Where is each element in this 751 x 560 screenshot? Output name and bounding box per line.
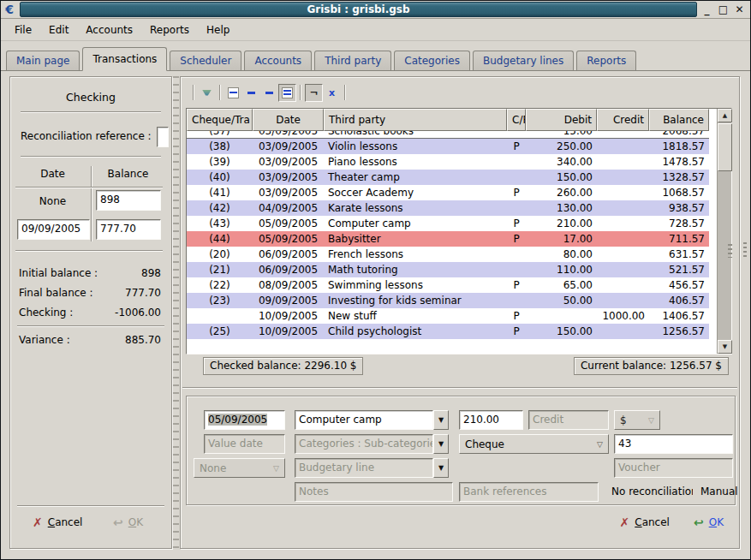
- variance-row: Variance : 885.70: [19, 334, 161, 349]
- reconcile-cancel-button[interactable]: ✗ Cancel: [33, 515, 82, 529]
- tab-budgetary-lines[interactable]: Budgetary lines: [473, 51, 574, 70]
- tab-transactions[interactable]: Transactions: [82, 47, 167, 71]
- menu-edit[interactable]: Edit: [40, 21, 77, 39]
- column-header-third-party[interactable]: Third party: [324, 109, 507, 131]
- column-header-balance[interactable]: Balance: [649, 109, 709, 131]
- bank-references-input[interactable]: Bank references: [459, 482, 599, 502]
- table-row[interactable]: (21) 06/09/2005 Math tutoring 110.00 521…: [187, 262, 709, 277]
- separator: [17, 325, 164, 327]
- table-row[interactable]: (37) 03/09/2005 Scholastic books 15.00 2…: [187, 131, 709, 139]
- maximize-icon[interactable]: □: [715, 3, 731, 17]
- column-header-debit[interactable]: Debit: [526, 109, 597, 131]
- menu-help[interactable]: Help: [198, 21, 238, 39]
- transaction-form: 05/09/2005 Computer camp ▼ 210.00 Credit…: [186, 396, 736, 505]
- separator: [91, 166, 92, 241]
- table-row[interactable]: 10/09/2005 New stuff P 1000.00 1406.57: [187, 308, 709, 324]
- menu-reports[interactable]: Reports: [141, 21, 198, 39]
- voucher-input[interactable]: Voucher: [614, 458, 733, 478]
- edge-grip-handle[interactable]: [743, 242, 747, 258]
- grisbi-window: € Grisbi : grisbi.gsb _ □ ✕ File Edit Ac…: [0, 0, 751, 560]
- value-date-input[interactable]: Value date: [204, 434, 285, 454]
- final-date-input[interactable]: 09/09/2005: [17, 219, 90, 240]
- scroll-up-icon[interactable]: ▲: [718, 109, 732, 122]
- transactions-area: ¬ x Cheque/Tra Date Third party C/R Debi…: [180, 76, 740, 549]
- cancel-x-icon: ✗: [620, 515, 630, 529]
- final-balance-input[interactable]: 777.70: [96, 219, 161, 240]
- table-row[interactable]: (41) 03/09/2005 Soccer Academy P 260.00 …: [187, 185, 709, 200]
- checking-row: Checking : -1006.00: [19, 307, 161, 322]
- tab-accounts[interactable]: Accounts: [244, 51, 312, 70]
- third-party-input[interactable]: Computer camp: [295, 410, 433, 430]
- table-row[interactable]: (39) 03/09/2005 Piano lessons 340.00 147…: [187, 154, 709, 170]
- initial-balance-value: 898: [141, 267, 161, 279]
- menu-accounts[interactable]: Accounts: [77, 21, 141, 39]
- reconciliation-reference-input[interactable]: [157, 127, 169, 147]
- show-reconciled-button[interactable]: ¬: [305, 84, 323, 102]
- payment-method-dropdown[interactable]: Cheque▽: [459, 434, 609, 454]
- panel-splitter-handle[interactable]: [173, 73, 179, 554]
- window-title[interactable]: Grisbi : grisbi.gsb: [20, 2, 697, 17]
- table-row[interactable]: (43) 05/09/2005 Computer camp P 210.00 7…: [187, 216, 709, 231]
- table-row[interactable]: (22) 08/09/2005 Swimming lessons P 65.00…: [187, 277, 709, 293]
- tab-reports[interactable]: Reports: [576, 51, 636, 70]
- tab-scheduler[interactable]: Scheduler: [170, 51, 241, 70]
- table-row[interactable]: (44) 05/09/2005 Babysitter P 17.00 711.5…: [187, 231, 709, 247]
- categories-input[interactable]: Categories : Sub-categories: [295, 434, 433, 454]
- transactions-table: Cheque/Tra Date Third party C/R Debit Cr…: [186, 108, 732, 354]
- initial-date-label: None: [15, 195, 90, 207]
- third-party-combo[interactable]: Computer camp ▼: [295, 410, 449, 430]
- view-four-lines-button[interactable]: [278, 84, 296, 102]
- table-scrollbar[interactable]: ▲ ▼: [717, 109, 731, 354]
- table-row[interactable]: (20) 06/09/2005 French lessons 80.00 631…: [187, 247, 709, 262]
- entry-mode-label[interactable]: Manual: [700, 482, 738, 502]
- main-area: Checking Reconciliation reference : Date…: [1, 71, 750, 559]
- reconcile-ok-button[interactable]: ↩ OK: [113, 515, 143, 529]
- chevron-down-icon[interactable]: ▼: [433, 458, 449, 478]
- transaction-rows: (37) 03/09/2005 Scholastic books 15.00 2…: [187, 131, 709, 339]
- tab-categories[interactable]: Categories: [394, 51, 470, 70]
- reconciliation-reference-label: Reconciliation reference :: [21, 130, 152, 142]
- separator: [15, 250, 163, 252]
- show-archived-button[interactable]: x: [323, 84, 341, 102]
- option-arrow-icon: ▽: [273, 464, 279, 473]
- credit-input[interactable]: Credit: [528, 410, 609, 430]
- categories-combo[interactable]: Categories : Sub-categories ▼: [295, 434, 449, 454]
- tab-third-party[interactable]: Third party: [314, 51, 391, 70]
- column-header-credit[interactable]: Credit: [597, 109, 649, 131]
- cheque-number-input[interactable]: 43: [614, 434, 733, 454]
- column-header-cheque[interactable]: Cheque/Tra: [187, 109, 253, 131]
- checked-balance-label: Checked balance: 2296.10 $: [203, 357, 363, 375]
- initial-balance-input[interactable]: 898: [96, 190, 161, 211]
- notes-input[interactable]: Notes: [295, 482, 453, 502]
- column-header-date[interactable]: Date: [253, 109, 324, 131]
- chevron-down-icon[interactable]: ▼: [433, 434, 449, 454]
- table-row[interactable]: (23) 09/09/2005 Investing for kids semin…: [187, 293, 709, 308]
- date-input[interactable]: 05/09/2005: [204, 410, 285, 430]
- table-row[interactable]: (38) 03/09/2005 Violin lessons P 250.00 …: [187, 139, 709, 154]
- variance-label: Variance :: [19, 334, 70, 346]
- scroll-down-icon[interactable]: ▼: [718, 340, 732, 354]
- tab-main-page[interactable]: Main page: [6, 51, 80, 70]
- reconciliation-status-label: No reconciliation: [611, 482, 693, 502]
- form-ok-button[interactable]: ↩ OK: [694, 515, 724, 529]
- contra-method-dropdown[interactable]: None▽: [194, 458, 285, 478]
- budgetary-line-input[interactable]: Budgetary line: [295, 458, 433, 478]
- chevron-down-icon[interactable]: ▼: [433, 410, 449, 430]
- form-cancel-button[interactable]: ✗ Cancel: [620, 515, 670, 529]
- table-row[interactable]: (25) 10/09/2005 Child psychologist P 150…: [187, 324, 709, 339]
- scrollbar-thumb[interactable]: [718, 123, 732, 171]
- menubar: File Edit Accounts Reports Help: [1, 19, 750, 41]
- menu-file[interactable]: File: [6, 21, 40, 39]
- close-icon[interactable]: ✕: [731, 3, 748, 17]
- view-three-lines-button[interactable]: [260, 84, 278, 102]
- debit-input[interactable]: 210.00: [459, 410, 523, 430]
- budgetary-line-combo[interactable]: Budgetary line ▼: [295, 458, 449, 478]
- filter-button[interactable]: [198, 84, 216, 102]
- currency-dropdown[interactable]: $▽: [614, 410, 660, 430]
- minimize-icon[interactable]: _: [699, 3, 715, 17]
- table-row[interactable]: (40) 03/09/2005 Theater camp 150.00 1328…: [187, 170, 709, 185]
- view-one-line-button[interactable]: [224, 84, 242, 102]
- table-row[interactable]: (42) 04/09/2005 Karate lessons 130.00 93…: [187, 200, 709, 216]
- column-header-cr[interactable]: C/R: [507, 109, 526, 131]
- view-two-lines-button[interactable]: [242, 84, 260, 102]
